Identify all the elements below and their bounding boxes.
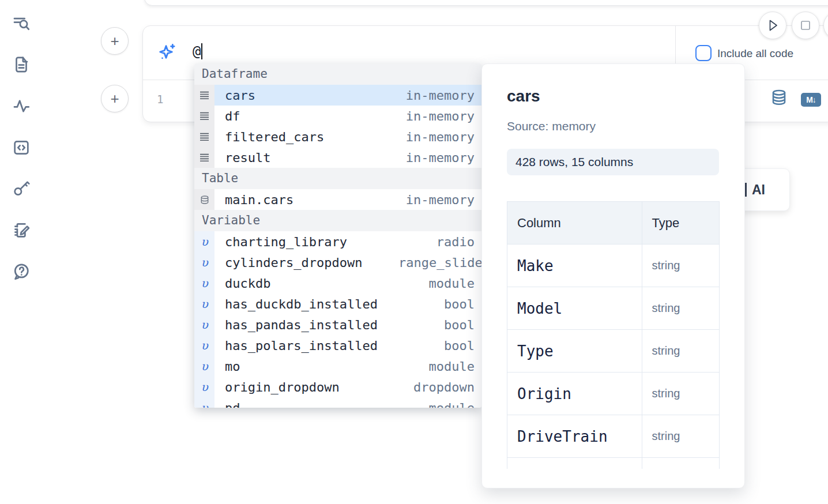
item-detail: bool — [398, 338, 475, 353]
run-cell-button[interactable] — [759, 12, 786, 39]
code-box-icon[interactable] — [12, 138, 31, 157]
item-detail: radio — [398, 235, 475, 249]
markdown-export-icon[interactable]: M↓ — [801, 93, 821, 107]
column-name: Origin — [507, 373, 642, 415]
autocomplete-item-charting-library[interactable]: υ charting_library radio — [194, 231, 481, 252]
table-row: Origin string — [507, 373, 720, 415]
variable-icon: υ — [194, 252, 214, 273]
file-text-icon[interactable] — [12, 55, 31, 74]
autocomplete-item-cylinders-dropdown[interactable]: υ cylinders_dropdown range_slider — [194, 252, 481, 273]
variable-icon: υ — [194, 294, 214, 314]
autocomplete-item-has-pandas-installed[interactable]: υ has_pandas_installed bool — [194, 314, 481, 335]
variable-icon: υ — [194, 356, 214, 377]
include-all-code-checkbox[interactable] — [695, 45, 712, 61]
autocomplete-item-main-cars[interactable]: main.cars in-memory — [194, 189, 481, 210]
item-label: filtered_cars — [225, 130, 324, 144]
notebook-edit-icon[interactable] — [12, 220, 31, 240]
autocomplete-item-mo[interactable]: υ mo module — [194, 356, 481, 377]
ai-prompt-input[interactable]: @ — [193, 43, 202, 59]
section-header-variable: Variable — [194, 210, 481, 231]
autocomplete-item-result[interactable]: result in-memory — [194, 147, 481, 168]
table-row: Type string — [507, 330, 720, 373]
column-name — [507, 458, 642, 469]
activity-icon[interactable] — [12, 96, 31, 116]
item-detail: range_slider — [398, 255, 475, 270]
column-type: string — [642, 287, 719, 330]
item-label: result — [225, 151, 270, 165]
table-row: Make string — [507, 245, 720, 287]
item-label: pd — [225, 401, 240, 408]
line-number: 1 — [157, 93, 163, 106]
item-detail: dropdown — [398, 380, 475, 394]
preview-title: cars — [507, 87, 540, 106]
item-detail: module — [398, 359, 475, 374]
table-header-row: Column Type — [507, 202, 720, 245]
table-row: Model string — [507, 287, 720, 330]
item-label: cars — [225, 88, 255, 103]
variable-icon: υ — [194, 273, 214, 294]
table-database-icon — [194, 189, 214, 210]
autocomplete-item-pd[interactable]: υ pd module — [194, 397, 481, 408]
item-detail: in-memory — [398, 109, 475, 123]
item-label: charting_library — [225, 235, 347, 249]
add-cell-above-button[interactable]: + — [101, 27, 129, 55]
ai-button-label: AI — [752, 182, 765, 198]
key-icon[interactable] — [12, 179, 31, 198]
item-label: cylinders_dropdown — [225, 255, 362, 270]
variable-icon: υ — [194, 377, 214, 397]
autocomplete-item-duckdb[interactable]: υ duckdb module — [194, 273, 481, 294]
section-header-dataframe: Dataframe — [194, 63, 481, 85]
help-chat-icon[interactable] — [12, 262, 31, 281]
include-all-code-label: Include all code — [717, 47, 793, 60]
column-type — [642, 458, 719, 469]
database-icon[interactable] — [770, 89, 788, 108]
autocomplete-item-has-duckdb-installed[interactable]: υ has_duckdb_installed bool — [194, 294, 481, 314]
schema-table: Column Type Make string Model string Typ… — [507, 201, 720, 469]
item-detail: module — [398, 276, 475, 291]
column-name: DriveTrain — [507, 415, 642, 458]
variable-icon: υ — [194, 231, 214, 252]
list-search-icon[interactable] — [12, 13, 31, 33]
dataframe-preview-card: cars Source: memory 428 rows, 15 columns… — [481, 63, 745, 488]
ai-sparkle-icon — [156, 41, 179, 66]
schema-table-wrap: Column Type Make string Model string Typ… — [507, 201, 720, 469]
autocomplete-popup: Dataframe cars in-memory df in-memory fi… — [194, 63, 481, 408]
type-header: Type — [642, 202, 719, 245]
variable-icon: υ — [194, 335, 214, 356]
column-type: string — [642, 373, 719, 415]
table-row: DriveTrain string — [507, 415, 720, 458]
dataframe-rows-icon — [194, 85, 214, 106]
column-type: string — [642, 245, 719, 287]
item-label: main.cars — [225, 193, 293, 207]
previous-cell-edge — [144, 0, 828, 6]
item-detail: bool — [398, 318, 475, 332]
variable-icon: υ — [194, 397, 214, 408]
autocomplete-item-df[interactable]: df in-memory — [194, 106, 481, 126]
column-name: Model — [507, 287, 642, 330]
item-label: duckdb — [225, 276, 270, 291]
column-name: Make — [507, 245, 642, 287]
item-label: origin_dropdown — [225, 380, 340, 394]
autocomplete-item-cars[interactable]: cars in-memory — [194, 85, 481, 106]
item-label: mo — [225, 359, 240, 374]
prompt-value: @ — [193, 43, 201, 59]
table-row-clipped — [507, 458, 720, 469]
item-label: has_duckdb_installed — [225, 297, 378, 311]
autocomplete-item-origin-dropdown[interactable]: υ origin_dropdown dropdown — [194, 377, 481, 397]
item-label: has_polars_installed — [225, 338, 378, 353]
autocomplete-item-has-polars-installed[interactable]: υ has_polars_installed bool — [194, 335, 481, 356]
column-type: string — [642, 415, 719, 458]
stop-cell-button[interactable] — [792, 12, 819, 39]
item-detail: in-memory — [398, 88, 475, 103]
stop-icon — [792, 12, 819, 39]
column-header: Column — [507, 202, 642, 245]
add-cell-below-button[interactable]: + — [101, 85, 129, 112]
dataframe-rows-icon — [194, 126, 214, 147]
text-caret — [201, 43, 202, 59]
item-detail: in-memory — [398, 151, 475, 165]
column-name: Type — [507, 330, 642, 373]
shape-badge: 428 rows, 15 columns — [507, 149, 719, 175]
autocomplete-item-filtered-cars[interactable]: filtered_cars in-memory — [194, 126, 481, 147]
item-detail: module — [398, 401, 475, 408]
column-type: string — [642, 330, 719, 373]
